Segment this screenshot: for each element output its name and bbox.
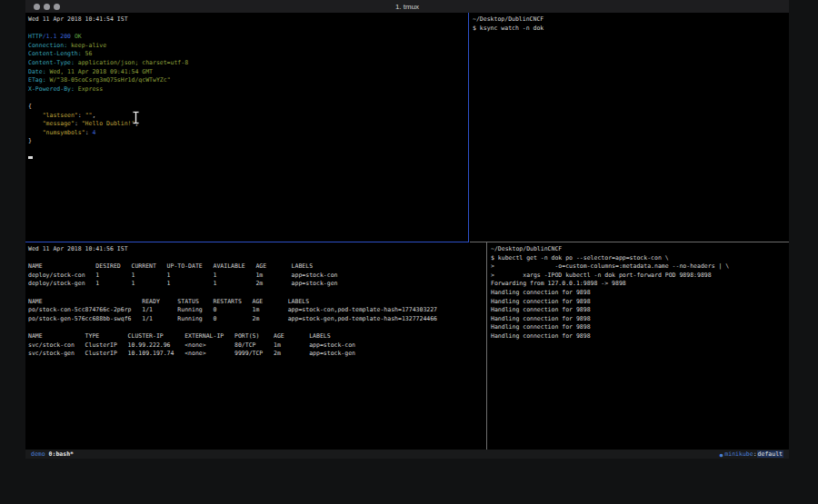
terminal-line: $ kubectl get -n dok po --selector=app=s… [491,254,789,263]
terminal-line: X-Powered-By: Express [28,85,468,94]
terminal-line: Forwarding from 127.0.0.1:9898 -> 9898 [491,280,789,289]
zoom-window-button[interactable] [54,4,60,10]
terminal-line: ~/Desktop/DublinCNCF [473,15,789,25]
terminal-line: po/stock-gen-576cc688bb-swqf6 1/1 Runnin… [28,315,486,324]
terminal-line: Content-Length: 56 [28,50,468,59]
terminal-line: po/stock-con-5cc874766c-2p6rp 1/1 Runnin… [28,306,486,315]
terminal-line: Handling connection for 9898 [491,289,789,298]
terminal-line: Wed 11 Apr 2018 10:41:56 IST [28,245,486,254]
terminal-line: Handling connection for 9898 [491,298,789,307]
kube-context-name: minikube [724,450,753,458]
terminal-line [28,289,486,298]
terminal-line: "numsymbols": 4 [28,129,468,138]
traffic-light-buttons [34,0,60,13]
mouse-cursor-ibeam-icon [132,111,140,124]
terminal-line: Handling connection for 9898 [491,323,789,332]
terminal-line: ~/Desktop/DublinCNCF [491,245,789,254]
terminal-line [28,254,486,263]
terminal-line: NAME READY STATUS RESTARTS AGE LABELS [28,298,486,307]
terminal-line: svc/stock-con ClusterIP 10.99.222.96 <no… [28,341,486,351]
terminal-line: Connection: keep-alive [28,42,468,51]
terminal-line: deploy/stock-gen 1 1 1 1 2m app=stock-ge… [28,280,486,289]
pane-port-forward[interactable]: ~/Desktop/DublinCNCF$ kubectl get -n dok… [488,242,789,450]
kube-namespace: default [757,450,783,458]
terminal-line: "message": "Hello Dublin!", [28,120,468,129]
tmux-window-tab[interactable]: 0:bash* [49,450,74,458]
terminal-line: Date: Wed, 11 Apr 2018 09:41:54 GMT [28,68,468,77]
terminal-line: } [28,137,468,146]
desktop: 1. tmux Wed 11 Apr 2018 10:41:54 IST HTT… [0,0,818,504]
terminal-window: 1. tmux Wed 11 Apr 2018 10:41:54 IST HTT… [25,0,789,459]
terminal-line: deploy/stock-con 1 1 1 1 1m app=stock-co… [28,272,486,281]
tmux-panes-area: Wed 11 Apr 2018 10:41:54 IST HTTP/1.1 20… [25,13,789,450]
status-bar-right: ● minikube : default [720,450,783,458]
terminal-line: { [28,103,468,112]
window-title: 1. tmux [25,3,789,11]
pane-kubectl-resources[interactable]: Wed 11 Apr 2018 10:41:56 IST NAME DESIRE… [25,242,487,450]
terminal-line: HTTP/1.1 200 OK [28,33,468,42]
window-titlebar[interactable]: 1. tmux [25,0,789,13]
terminal-line: > -o=custom-columns=:metadata.name --no-… [491,262,789,272]
terminal-line: Content-Type: application/json; charset=… [28,59,468,68]
terminal-line: NAME DESIRED CURRENT UP-TO-DATE AVAILABL… [28,262,486,272]
terminal-line [28,323,486,332]
terminal-line: Handling connection for 9898 [491,332,789,341]
tmux-status-bar: demo 0:bash* ● minikube : default [25,450,789,459]
status-bar-left: demo 0:bash* [31,450,74,458]
close-window-button[interactable] [34,4,40,10]
terminal-line: Handling connection for 9898 [491,315,789,324]
pane-http-response[interactable]: Wed 11 Apr 2018 10:41:54 IST HTTP/1.1 20… [25,13,469,242]
terminal-line: NAME TYPE CLUSTER-IP EXTERNAL-IP PORT(S)… [28,332,486,341]
minimize-window-button[interactable] [44,4,50,10]
terminal-line: > xargs -IPOD kubectl -n dok port-forwar… [491,272,789,281]
terminal-line: Handling connection for 9898 [491,306,789,315]
terminal-line [28,94,468,103]
pane-ksync-watch[interactable]: ~/Desktop/DublinCNCF$ ksync watch -n dok [470,13,789,242]
tmux-session-name: demo [31,450,49,458]
terminal-line: ETag: W/"38-05coCsrg3mQ75sHr1d/qcWTwYZc" [28,76,468,85]
terminal-line [28,25,468,34]
helm-icon: ● [720,451,723,458]
terminal-line: "lastseen": "", [28,112,468,121]
terminal-line: $ ksync watch -n dok [473,25,789,34]
terminal-line: Wed 11 Apr 2018 10:41:54 IST [28,15,468,25]
terminal-line: svc/stock-gen ClusterIP 10.109.197.74 <n… [28,350,486,359]
terminal-cursor [28,156,33,159]
